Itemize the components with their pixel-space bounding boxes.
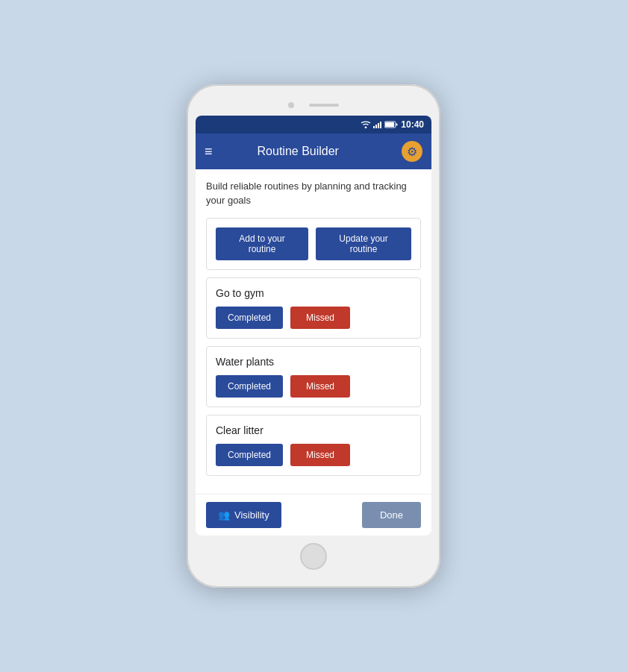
routine-action-buttons: Add to your routine Update your routine xyxy=(216,227,411,260)
wifi-icon xyxy=(361,121,371,128)
visibility-button[interactable]: 👥 Visibility xyxy=(206,502,281,528)
status-icons xyxy=(361,121,398,128)
svg-rect-0 xyxy=(373,126,375,128)
main-content: Build reliable routines by planning and … xyxy=(196,169,431,493)
add-routine-button[interactable]: Add to your routine xyxy=(216,227,308,260)
routine-item: Clear litter Completed Missed xyxy=(206,415,421,476)
routine-actions-1: Completed Missed xyxy=(216,375,411,398)
routine-actions-2: Completed Missed xyxy=(216,444,411,466)
missed-button-1[interactable]: Missed xyxy=(290,375,350,398)
phone-frame: 10:40 ≡ Routine Builder Build reliable r… xyxy=(187,84,440,587)
status-bar: 10:40 xyxy=(196,116,431,134)
svg-rect-6 xyxy=(396,124,398,126)
routine-item: Go to gym Completed Missed xyxy=(206,277,421,339)
phone-bottom-hardware xyxy=(196,536,431,574)
routine-title-0: Go to gym xyxy=(216,287,411,299)
visibility-icon: 👥 xyxy=(218,509,230,521)
routine-item: Water plants Completed Missed xyxy=(206,346,421,407)
battery-icon xyxy=(384,121,398,128)
completed-button-1[interactable]: Completed xyxy=(216,375,283,398)
missed-button-2[interactable]: Missed xyxy=(290,444,350,466)
bottom-bar: 👥 Visibility Done xyxy=(196,494,431,536)
phone-top-hardware xyxy=(196,98,431,116)
routine-title-1: Water plants xyxy=(216,356,411,368)
routine-title-2: Clear litter xyxy=(216,424,411,436)
front-camera xyxy=(288,102,294,108)
svg-rect-3 xyxy=(380,122,381,128)
menu-icon[interactable]: ≡ xyxy=(205,144,213,160)
completed-button-2[interactable]: Completed xyxy=(216,444,283,466)
missed-button-0[interactable]: Missed xyxy=(290,307,350,329)
done-button[interactable]: Done xyxy=(362,502,421,528)
settings-icon[interactable] xyxy=(402,141,422,162)
home-button[interactable] xyxy=(300,543,327,570)
visibility-label: Visibility xyxy=(234,509,269,521)
svg-rect-5 xyxy=(385,122,394,127)
phone-screen: 10:40 ≡ Routine Builder Build reliable r… xyxy=(196,116,431,535)
routine-list: Go to gym Completed Missed Water plants … xyxy=(206,277,421,476)
completed-button-0[interactable]: Completed xyxy=(216,307,283,329)
speaker xyxy=(309,104,339,107)
routine-actions-0: Completed Missed xyxy=(216,307,411,329)
app-title: Routine Builder xyxy=(222,145,375,158)
subtitle-text: Build reliable routines by planning and … xyxy=(206,180,421,207)
app-bar: ≡ Routine Builder xyxy=(196,134,431,169)
routine-action-card: Add to your routine Update your routine xyxy=(206,218,421,270)
status-time: 10:40 xyxy=(401,119,424,130)
svg-rect-2 xyxy=(378,123,379,128)
update-routine-button[interactable]: Update your routine xyxy=(316,227,411,260)
svg-rect-1 xyxy=(375,125,377,128)
signal-icon xyxy=(373,121,382,128)
